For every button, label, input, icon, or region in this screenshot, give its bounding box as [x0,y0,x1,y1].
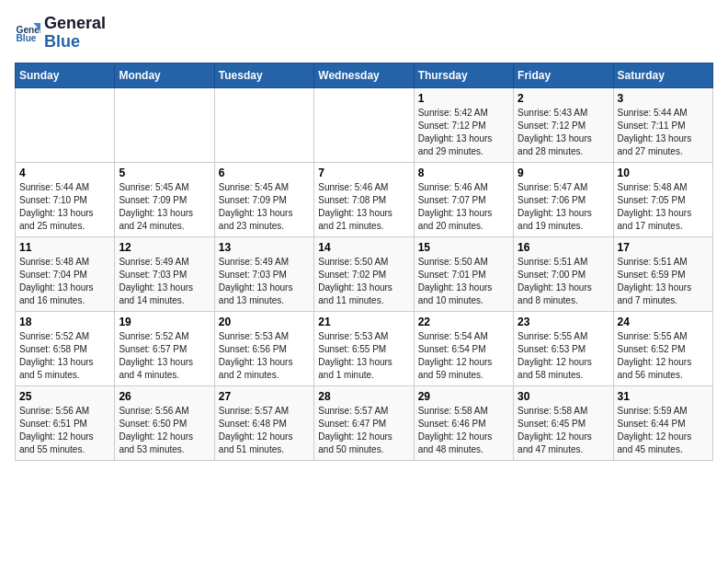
header-wednesday: Wednesday [314,63,414,87]
day-info: Sunrise: 5:43 AM Sunset: 7:12 PM Dayligh… [518,107,609,158]
day-number: 19 [119,316,210,328]
day-number: 23 [518,316,609,328]
day-number: 10 [618,167,709,179]
day-number: 11 [19,241,110,254]
day-cell: 18Sunrise: 5:52 AM Sunset: 6:58 PM Dayli… [16,311,115,385]
day-number: 30 [518,390,609,403]
page-header: General Blue General Blue [15,15,713,52]
day-info: Sunrise: 5:45 AM Sunset: 7:09 PM Dayligh… [219,181,310,233]
day-number: 14 [318,241,409,254]
day-cell: 3Sunrise: 5:44 AM Sunset: 7:11 PM Daylig… [613,87,712,162]
day-info: Sunrise: 5:51 AM Sunset: 6:59 PM Dayligh… [618,256,709,307]
day-info: Sunrise: 5:55 AM Sunset: 6:53 PM Dayligh… [518,330,609,382]
svg-text:Blue: Blue [17,33,37,43]
week-row-2: 4Sunrise: 5:44 AM Sunset: 7:10 PM Daylig… [16,162,713,236]
header-saturday: Saturday [613,63,712,87]
day-cell: 9Sunrise: 5:47 AM Sunset: 7:06 PM Daylig… [514,162,613,236]
day-info: Sunrise: 5:42 AM Sunset: 7:12 PM Dayligh… [418,107,509,158]
day-cell [115,87,214,162]
week-row-4: 18Sunrise: 5:52 AM Sunset: 6:58 PM Dayli… [16,311,713,385]
day-number: 8 [418,167,509,179]
header-sunday: Sunday [16,63,115,87]
day-info: Sunrise: 5:52 AM Sunset: 6:57 PM Dayligh… [119,330,210,382]
day-cell: 11Sunrise: 5:48 AM Sunset: 7:04 PM Dayli… [16,236,115,311]
day-info: Sunrise: 5:50 AM Sunset: 7:01 PM Dayligh… [418,256,509,307]
day-info: Sunrise: 5:57 AM Sunset: 6:47 PM Dayligh… [318,405,409,456]
day-cell: 5Sunrise: 5:45 AM Sunset: 7:09 PM Daylig… [115,162,214,236]
day-cell: 24Sunrise: 5:55 AM Sunset: 6:52 PM Dayli… [613,311,712,385]
day-cell: 30Sunrise: 5:58 AM Sunset: 6:45 PM Dayli… [514,385,613,460]
header-friday: Friday [514,63,613,87]
week-row-1: 1Sunrise: 5:42 AM Sunset: 7:12 PM Daylig… [16,87,713,162]
day-info: Sunrise: 5:51 AM Sunset: 7:00 PM Dayligh… [518,256,609,307]
day-cell: 4Sunrise: 5:44 AM Sunset: 7:10 PM Daylig… [16,162,115,236]
day-cell: 15Sunrise: 5:50 AM Sunset: 7:01 PM Dayli… [414,236,513,311]
day-info: Sunrise: 5:56 AM Sunset: 6:50 PM Dayligh… [119,405,210,456]
day-info: Sunrise: 5:59 AM Sunset: 6:44 PM Dayligh… [618,405,709,456]
day-cell: 27Sunrise: 5:57 AM Sunset: 6:48 PM Dayli… [214,385,313,460]
day-number: 31 [618,390,709,403]
day-number: 3 [618,92,709,105]
day-number: 1 [418,92,509,105]
day-cell: 22Sunrise: 5:54 AM Sunset: 6:54 PM Dayli… [414,311,513,385]
day-number: 16 [518,241,609,254]
day-cell: 20Sunrise: 5:53 AM Sunset: 6:56 PM Dayli… [214,311,313,385]
day-cell: 17Sunrise: 5:51 AM Sunset: 6:59 PM Dayli… [613,236,712,311]
day-info: Sunrise: 5:49 AM Sunset: 7:03 PM Dayligh… [119,256,210,307]
day-cell: 8Sunrise: 5:46 AM Sunset: 7:07 PM Daylig… [414,162,513,236]
day-number: 21 [318,316,409,328]
day-number: 2 [518,92,609,105]
day-cell: 21Sunrise: 5:53 AM Sunset: 6:55 PM Dayli… [314,311,414,385]
day-info: Sunrise: 5:53 AM Sunset: 6:55 PM Dayligh… [318,330,409,382]
day-number: 24 [618,316,709,328]
day-info: Sunrise: 5:54 AM Sunset: 6:54 PM Dayligh… [418,330,509,382]
day-cell: 16Sunrise: 5:51 AM Sunset: 7:00 PM Dayli… [514,236,613,311]
header-monday: Monday [115,63,214,87]
day-number: 22 [418,316,509,328]
day-info: Sunrise: 5:47 AM Sunset: 7:06 PM Dayligh… [518,181,609,233]
day-number: 7 [318,167,409,179]
day-cell: 7Sunrise: 5:46 AM Sunset: 7:08 PM Daylig… [314,162,414,236]
logo-icon: General Blue [15,20,40,46]
day-number: 15 [418,241,509,254]
day-cell: 25Sunrise: 5:56 AM Sunset: 6:51 PM Dayli… [16,385,115,460]
day-number: 4 [19,167,110,179]
day-cell: 23Sunrise: 5:55 AM Sunset: 6:53 PM Dayli… [514,311,613,385]
week-row-3: 11Sunrise: 5:48 AM Sunset: 7:04 PM Dayli… [16,236,713,311]
day-info: Sunrise: 5:44 AM Sunset: 7:11 PM Dayligh… [618,107,709,158]
day-cell: 28Sunrise: 5:57 AM Sunset: 6:47 PM Dayli… [314,385,414,460]
day-cell: 12Sunrise: 5:49 AM Sunset: 7:03 PM Dayli… [115,236,214,311]
day-info: Sunrise: 5:49 AM Sunset: 7:03 PM Dayligh… [219,256,310,307]
logo-text: General Blue [44,15,106,52]
calendar-body: 1Sunrise: 5:42 AM Sunset: 7:12 PM Daylig… [16,87,713,460]
day-cell: 6Sunrise: 5:45 AM Sunset: 7:09 PM Daylig… [214,162,313,236]
day-number: 28 [318,390,409,403]
day-info: Sunrise: 5:50 AM Sunset: 7:02 PM Dayligh… [318,256,409,307]
day-info: Sunrise: 5:56 AM Sunset: 6:51 PM Dayligh… [19,405,110,456]
day-info: Sunrise: 5:57 AM Sunset: 6:48 PM Dayligh… [219,405,310,456]
day-number: 29 [418,390,509,403]
day-cell: 1Sunrise: 5:42 AM Sunset: 7:12 PM Daylig… [414,87,513,162]
calendar-header: SundayMondayTuesdayWednesdayThursdayFrid… [16,63,713,87]
day-info: Sunrise: 5:53 AM Sunset: 6:56 PM Dayligh… [219,330,310,382]
week-row-5: 25Sunrise: 5:56 AM Sunset: 6:51 PM Dayli… [16,385,713,460]
day-info: Sunrise: 5:46 AM Sunset: 7:07 PM Dayligh… [418,181,509,233]
day-cell [16,87,115,162]
day-number: 5 [119,167,210,179]
logo: General Blue General Blue [15,15,106,52]
day-info: Sunrise: 5:52 AM Sunset: 6:58 PM Dayligh… [19,330,110,382]
day-number: 17 [618,241,709,254]
day-cell: 19Sunrise: 5:52 AM Sunset: 6:57 PM Dayli… [115,311,214,385]
day-info: Sunrise: 5:58 AM Sunset: 6:45 PM Dayligh… [518,405,609,456]
day-cell: 2Sunrise: 5:43 AM Sunset: 7:12 PM Daylig… [514,87,613,162]
header-row: SundayMondayTuesdayWednesdayThursdayFrid… [16,63,713,87]
header-thursday: Thursday [414,63,513,87]
day-number: 6 [219,167,310,179]
day-cell [214,87,313,162]
day-info: Sunrise: 5:48 AM Sunset: 7:05 PM Dayligh… [618,181,709,233]
day-number: 25 [19,390,110,403]
day-cell: 14Sunrise: 5:50 AM Sunset: 7:02 PM Dayli… [314,236,414,311]
day-cell: 29Sunrise: 5:58 AM Sunset: 6:46 PM Dayli… [414,385,513,460]
day-info: Sunrise: 5:48 AM Sunset: 7:04 PM Dayligh… [19,256,110,307]
day-cell: 13Sunrise: 5:49 AM Sunset: 7:03 PM Dayli… [214,236,313,311]
